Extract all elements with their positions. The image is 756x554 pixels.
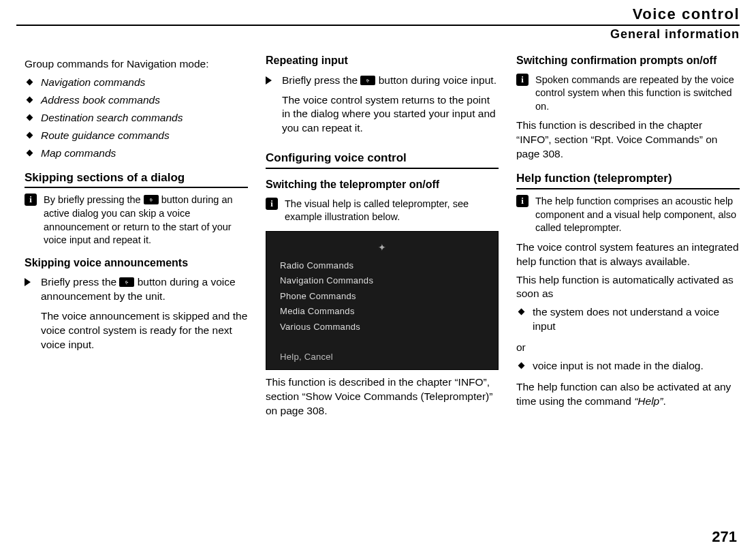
heading-configuring: Configuring voice control [266, 151, 499, 169]
info-note: i The visual help is called teleprompter… [266, 198, 499, 224]
text: . [663, 395, 665, 407]
info-note: i Spoken commands are repeated by the vo… [516, 74, 740, 114]
nav-group-list: Navigation commands Address book command… [25, 76, 248, 161]
page-header-subtitle: General information [610, 27, 740, 42]
heading-skip-sections: Skipping sections of a dialog [25, 170, 248, 189]
list-item: voice input is not made in the dialog. [516, 359, 740, 373]
nav-group-intro: Group commands for Navigation mode: [25, 57, 248, 72]
step-body: Briefly press the button during voice in… [282, 74, 499, 142]
step-result: The voice announcement is skipped and th… [41, 309, 248, 352]
info-icon: i [266, 198, 278, 210]
screenshot-row: Navigation Commands [280, 275, 484, 287]
step: Briefly press the button during a voice … [25, 275, 248, 358]
heading-repeating-input: Repeating input [266, 53, 499, 68]
confirmation-description: This function is described in the chapte… [516, 119, 740, 161]
help-paragraph: The help function can also be activated … [516, 380, 740, 409]
list-item: Address book commands [25, 93, 248, 108]
heading-teleprompter-switch: Switching the teleprompter on/off [266, 177, 499, 192]
text: The help function can also be activated … [516, 381, 731, 407]
info-text: The visual help is called teleprompter, … [285, 198, 499, 224]
header-rule [16, 25, 740, 26]
screenshot-row: Media Commands [280, 305, 484, 318]
info-icon: i [516, 195, 529, 207]
column-2: Repeating input Briefly press the button… [266, 53, 499, 422]
teleprompter-screenshot: ✦ Radio Commands Navigation Commands Pho… [266, 231, 499, 370]
help-bullets: voice input is not made in the dialog. [516, 359, 740, 373]
text: By briefly pressing the [44, 194, 144, 205]
info-text: The help function comprises an acoustic … [535, 195, 740, 235]
column-1: Group commands for Navigation mode: Navi… [25, 53, 248, 422]
content-columns: Group commands for Navigation mode: Navi… [25, 53, 740, 422]
voice-button-icon [119, 277, 134, 287]
help-command: “Help” [634, 395, 663, 407]
voice-button-icon [144, 195, 159, 204]
heading-help-function: Help function (teleprompter) [516, 171, 740, 189]
step-text: Briefly press the button during a voice … [41, 275, 248, 304]
screenshot-footer: Help, Cancel [280, 351, 484, 363]
heading-confirmation-prompts: Switching confirmation prompts on/off [516, 53, 740, 68]
help-bullets: the system does not understand a voice i… [516, 305, 740, 334]
list-item: Map commands [25, 147, 248, 161]
step: Briefly press the button during voice in… [266, 74, 499, 142]
screenshot-row: Phone Commands [280, 290, 484, 303]
help-paragraph: The voice control system features an int… [516, 241, 740, 269]
voice-button-icon [360, 76, 375, 85]
help-paragraph: This help function is automatically acti… [516, 273, 740, 302]
page-header-title: Voice control [633, 5, 740, 23]
info-icon: i [516, 74, 529, 86]
screenshot-row: Various Commands [280, 321, 484, 333]
list-item: Route guidance commands [25, 129, 248, 143]
heading-skip-voice: Skipping voice announcements [25, 256, 248, 271]
step-body: Briefly press the button during a voice … [41, 275, 248, 358]
info-text: By briefly pressing the button during an… [44, 194, 248, 247]
mic-icon: ✦ [280, 241, 484, 254]
info-note: i The help function comprises an acousti… [516, 195, 740, 235]
info-note: i By briefly pressing the button during … [25, 194, 248, 247]
step-marker-icon [266, 74, 275, 142]
list-item: the system does not understand a voice i… [516, 305, 740, 334]
page-number: 271 [712, 528, 737, 546]
info-icon: i [25, 194, 37, 206]
text: Briefly press the [282, 74, 360, 86]
list-item: Destination search commands [25, 111, 248, 125]
step-marker-icon [25, 275, 34, 358]
step-result: The voice control system returns to the … [282, 93, 499, 136]
or-text: or [516, 341, 740, 355]
step-text: Briefly press the button during voice in… [282, 74, 499, 88]
text: button during voice input. [375, 74, 497, 86]
teleprompter-description: This function is described in the chapte… [266, 375, 499, 418]
text: Briefly press the [41, 276, 119, 288]
list-item: Navigation commands [25, 76, 248, 90]
screenshot-row: Radio Commands [280, 260, 484, 272]
info-text: Spoken commands are repeated by the voic… [535, 74, 740, 114]
column-3: Switching confirmation prompts on/off i … [516, 53, 740, 422]
